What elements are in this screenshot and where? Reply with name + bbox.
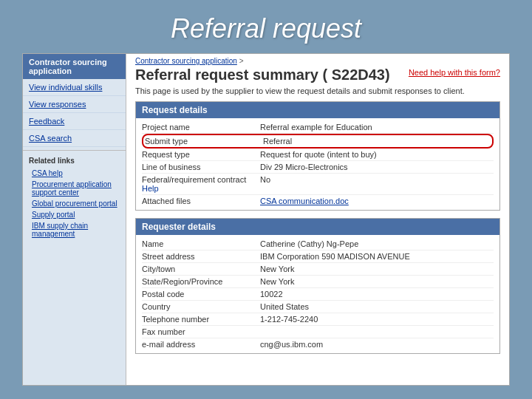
request-details-section: Request details Project name Referral ex… [135, 101, 500, 211]
page-title: Referral request [0, 0, 532, 53]
related-links-heading: Related links [23, 150, 126, 168]
field-value-submit-type: Referral [262, 136, 293, 146]
sidebar-item-contractor-sourcing[interactable]: Contractor sourcing application [23, 54, 126, 79]
breadcrumb-app-link[interactable]: Contractor sourcing application [135, 57, 237, 65]
requester-details-header: Requester details [136, 219, 499, 235]
main-container: Contractor sourcing application View ind… [22, 53, 510, 386]
field-state: State/Region/Province New York [142, 276, 494, 288]
sidebar-item-feedback[interactable]: Feedback [23, 113, 126, 130]
field-country: Country United States [142, 301, 494, 313]
attached-file-link[interactable]: CSA communication.doc [260, 197, 349, 205]
field-email: e-mail address cng@us.ibm.com [142, 338, 494, 350]
field-value-email: cng@us.ibm.com [260, 340, 323, 349]
field-value-project-name: Referral example for Education [260, 123, 372, 132]
field-label-city: City/town [142, 265, 260, 273]
field-submit-type: Submit type Referral [142, 134, 494, 149]
field-postal-code: Postal code 10022 [142, 288, 494, 301]
field-label-email: e-mail address [142, 340, 260, 349]
breadcrumb-separator: > [239, 57, 244, 65]
requester-details-section: Requester details Name Catherine (Cathy)… [135, 218, 500, 354]
field-value-name: Catherine (Cathy) Ng-Pepe [260, 239, 358, 248]
help-link[interactable]: Need help with this form? [409, 68, 500, 77]
field-label-project-name: Project name [142, 123, 260, 132]
breadcrumb: Contractor sourcing application > [135, 54, 500, 66]
field-label-request-type: Request type [142, 150, 260, 159]
field-value-request-type: Request for quote (intent to buy) [260, 150, 377, 159]
field-value-attached-files: CSA communication.doc [260, 197, 349, 205]
field-name: Name Catherine (Cathy) Ng-Pepe [142, 238, 494, 250]
request-details-body: Project name Referral example for Educat… [136, 118, 499, 210]
help-inline-link[interactable]: Help [142, 184, 159, 193]
field-federal-contract: Federal/requirement contract Help No [142, 174, 494, 195]
field-label-country: Country [142, 302, 260, 311]
sidebar-item-view-individual-skills[interactable]: View individual skills [23, 79, 126, 96]
field-value-telephone: 1-212-745-2240 [260, 315, 318, 324]
field-value-street-address: IBM Corporation 590 MADISON AVENUE [260, 252, 410, 261]
field-value-postal-code: 10022 [260, 290, 283, 299]
field-label-submit-type: Submit type [143, 136, 262, 146]
page-description: This page is used by the supplier to vie… [135, 86, 500, 95]
sidebar-item-view-responses[interactable]: View responses [23, 96, 126, 113]
request-details-header: Request details [136, 102, 499, 118]
field-label-postal-code: Postal code [142, 290, 260, 299]
sidebar-link-global-procurement[interactable]: Global procurement portal [23, 198, 126, 209]
field-value-federal-contract: No [260, 175, 270, 193]
field-attached-files: Attached files CSA communication.doc [142, 195, 494, 207]
field-label-line-of-business: Line of business [142, 163, 260, 171]
field-request-type: Request type Request for quote (intent t… [142, 149, 494, 161]
field-label-attached-files: Attached files [142, 197, 260, 205]
field-line-of-business: Line of business Div 29 Micro-Electronic… [142, 161, 494, 174]
field-fax: Fax number [142, 326, 494, 338]
field-city: City/town New York [142, 263, 494, 276]
sidebar-link-ibm-supply-chain[interactable]: IBM supply chain management [23, 220, 126, 239]
field-label-street-address: Street address [142, 252, 260, 261]
sidebar-item-csa-search[interactable]: CSA search [23, 130, 126, 147]
content-area: Contractor sourcing application > Need h… [126, 54, 509, 385]
field-value-line-of-business: Div 29 Micro-Electronics [260, 163, 348, 171]
field-value-state: New York [260, 277, 294, 286]
field-street-address: Street address IBM Corporation 590 MADIS… [142, 250, 494, 263]
field-telephone: Telephone number 1-212-745-2240 [142, 313, 494, 326]
field-label-state: State/Region/Province [142, 277, 260, 286]
sidebar-link-csa-help[interactable]: CSA help [23, 168, 126, 179]
sidebar: Contractor sourcing application View ind… [23, 54, 126, 385]
sidebar-link-supply-portal[interactable]: Supply portal [23, 209, 126, 220]
field-value-city: New York [260, 265, 294, 273]
field-value-country: United States [260, 302, 309, 311]
requester-details-body: Name Catherine (Cathy) Ng-Pepe Street ad… [136, 235, 499, 353]
field-project-name: Project name Referral example for Educat… [142, 121, 494, 134]
field-label-name: Name [142, 239, 260, 248]
field-label-telephone: Telephone number [142, 315, 260, 324]
field-label-fax: Fax number [142, 327, 260, 336]
field-label-federal-contract: Federal/requirement contract Help [142, 175, 260, 193]
sidebar-link-procurement[interactable]: Procurement application support center [23, 179, 126, 198]
